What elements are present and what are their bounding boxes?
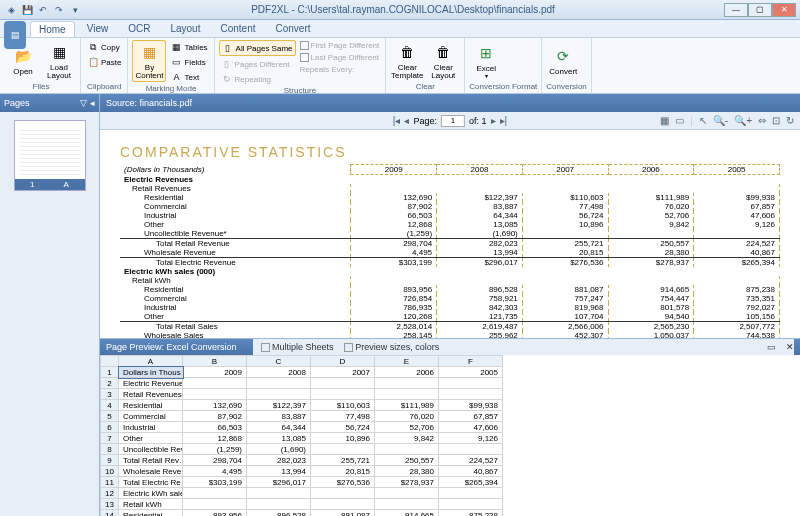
folder-open-icon: 📂 (13, 46, 33, 66)
grid-icon: ▦ (139, 42, 159, 62)
load-layout-button[interactable]: ▦Load Layout (42, 40, 76, 82)
fields-button[interactable]: ▭Fields (168, 55, 209, 69)
tables-button[interactable]: ▦Tables (168, 40, 209, 54)
tab-ocr[interactable]: OCR (120, 21, 158, 36)
preview-table: ABCDEF1Dollars in Thous…2009200820072006… (100, 355, 503, 516)
collapse-icon[interactable]: ◂ (90, 98, 95, 108)
pages-diff-icon: ▯ (221, 58, 233, 70)
source-bar: Source: financials.pdf (100, 94, 800, 112)
ribbon: 📂Open ▦Load Layout Files ⧉Copy 📋Paste Cl… (0, 38, 800, 94)
thumbnail-preview (19, 127, 81, 175)
copy-icon: ⧉ (87, 41, 99, 53)
pager: |◂ ◂ Page: of: 1 ▸ ▸| (393, 115, 507, 127)
tab-content[interactable]: Content (212, 21, 263, 36)
qat-redo-icon[interactable]: ↷ (52, 3, 66, 17)
checkbox-icon (344, 343, 353, 352)
last-page-diff[interactable]: Last Page Different (298, 52, 382, 63)
group-clipboard: ⧉Copy 📋Paste Clipboard (81, 38, 128, 93)
first-page-icon[interactable]: |◂ (393, 115, 401, 126)
group-marking-mode: ▦By Content ▦Tables ▭Fields AText Markin… (128, 38, 214, 93)
excel-format-button[interactable]: ⊞Excel▾ (469, 40, 503, 82)
repeat-icon: ↻ (221, 73, 233, 85)
nav-bar: |◂ ◂ Page: of: 1 ▸ ▸| ▦ ▭ | ↖ 🔍- 🔍+ ⇔ ⊡ … (100, 112, 800, 130)
multiple-sheets-option[interactable]: Multiple Sheets (261, 342, 334, 352)
doc-table: (Dollars in Thousands)200920082007200620… (120, 164, 780, 338)
excel-icon: ⊞ (476, 43, 496, 63)
fit-page-icon[interactable]: ⊡ (772, 115, 780, 126)
workspace: Pages ▽ ◂ 1A Source: financials.pdf |◂ ◂… (0, 94, 800, 516)
pointer-icon[interactable]: ↖ (699, 115, 707, 126)
quick-access-toolbar: ◈ 💾 ↶ ↷ ▾ (4, 3, 82, 17)
page-thumbnail[interactable]: 1A (14, 120, 86, 191)
chevron-down-icon: ▾ (485, 73, 488, 79)
title-bar: ◈ 💾 ↶ ↷ ▾ PDF2XL - C:\Users\tal.rayman.C… (0, 0, 800, 20)
pages-header: Pages ▽ ◂ (0, 94, 99, 112)
file-menu-button[interactable]: ▤ (4, 21, 26, 49)
zoom-in-icon[interactable]: 🔍+ (734, 115, 752, 126)
close-button[interactable]: ✕ (772, 3, 796, 17)
tool-icon[interactable]: ▭ (675, 115, 684, 126)
all-pages-same-button[interactable]: ▯All Pages Same (219, 40, 296, 56)
document-view[interactable]: COMPARATIVE STATISTICS (Dollars in Thous… (100, 130, 800, 338)
table-icon: ▦ (170, 41, 182, 53)
ribbon-tabs: HomeViewOCRLayoutContentConvert (0, 20, 800, 38)
copy-button[interactable]: ⧉Copy (85, 40, 123, 54)
preview-sizes-option[interactable]: Preview sizes, colors (344, 342, 440, 352)
paste-button[interactable]: 📋Paste (85, 55, 123, 69)
field-icon: ▭ (170, 56, 182, 68)
main-panel: Source: financials.pdf |◂ ◂ Page: of: 1 … (100, 94, 800, 516)
panel-option-icon[interactable]: ▭ (767, 342, 776, 352)
clear-template-icon: 🗑 (397, 42, 417, 62)
repeating-button[interactable]: ↻Repeating (219, 72, 296, 86)
pages-different-button[interactable]: ▯Pages Different (219, 57, 296, 71)
filter-icon[interactable]: ▽ (80, 98, 87, 108)
by-content-button[interactable]: ▦By Content (132, 40, 166, 82)
preview-panel: Page Preview: Excel Conversion Multiple … (100, 338, 800, 516)
tab-layout[interactable]: Layout (162, 21, 208, 36)
page-input[interactable] (441, 115, 465, 127)
layout-icon: ▦ (49, 42, 69, 62)
group-conversion: ⟳Convert Conversion (542, 38, 591, 93)
clear-layout-button[interactable]: 🗑Clear Layout (426, 40, 460, 82)
group-conversion-format: ⊞Excel▾ Conversion Format (465, 38, 542, 93)
pages-sidebar: Pages ▽ ◂ 1A (0, 94, 100, 516)
doc-title: COMPARATIVE STATISTICS (120, 144, 780, 160)
maximize-button[interactable]: ▢ (748, 3, 772, 17)
rotate-icon[interactable]: ↻ (786, 115, 794, 126)
tab-view[interactable]: View (79, 21, 117, 36)
clear-template-button[interactable]: 🗑Clear Template (390, 40, 424, 82)
zoom-out-icon[interactable]: 🔍- (713, 115, 728, 126)
window-buttons: — ▢ ✕ (724, 3, 796, 17)
app-icon: ◈ (4, 3, 18, 17)
qat-undo-icon[interactable]: ↶ (36, 3, 50, 17)
repeats-every[interactable]: Repeats Every: (298, 64, 382, 75)
next-page-icon[interactable]: ▸ (491, 115, 496, 126)
tool-icon[interactable]: ▦ (660, 115, 669, 126)
fit-width-icon[interactable]: ⇔ (758, 115, 766, 126)
last-page-icon[interactable]: ▸| (500, 115, 508, 126)
preview-header: Page Preview: Excel Conversion Multiple … (100, 339, 800, 355)
convert-button[interactable]: ⟳Convert (546, 40, 580, 82)
text-button[interactable]: AText (168, 70, 209, 84)
first-page-diff[interactable]: First Page Different (298, 40, 382, 51)
group-structure: ▯All Pages Same ▯Pages Different ↻Repeat… (215, 38, 387, 93)
minimize-button[interactable]: — (724, 3, 748, 17)
paste-icon: 📋 (87, 56, 99, 68)
pages-icon: ▯ (222, 42, 234, 54)
checkbox-icon (300, 41, 309, 50)
window-title: PDF2XL - C:\Users\tal.rayman.COGNILOCAL\… (82, 4, 724, 15)
text-icon: A (170, 71, 182, 83)
prev-page-icon[interactable]: ◂ (404, 115, 409, 126)
tab-home[interactable]: Home (30, 21, 75, 37)
panel-close-icon[interactable]: ✕ (786, 342, 794, 352)
checkbox-icon (300, 53, 309, 62)
convert-icon: ⟳ (553, 46, 573, 66)
spreadsheet-preview[interactable]: ABCDEF1Dollars in Thous…2009200820072006… (100, 355, 800, 516)
clear-layout-icon: 🗑 (433, 42, 453, 62)
group-clear: 🗑Clear Template 🗑Clear Layout Clear (386, 38, 465, 93)
qat-dropdown-icon[interactable]: ▾ (68, 3, 82, 17)
qat-save-icon[interactable]: 💾 (20, 3, 34, 17)
checkbox-icon (261, 343, 270, 352)
tab-convert[interactable]: Convert (267, 21, 318, 36)
